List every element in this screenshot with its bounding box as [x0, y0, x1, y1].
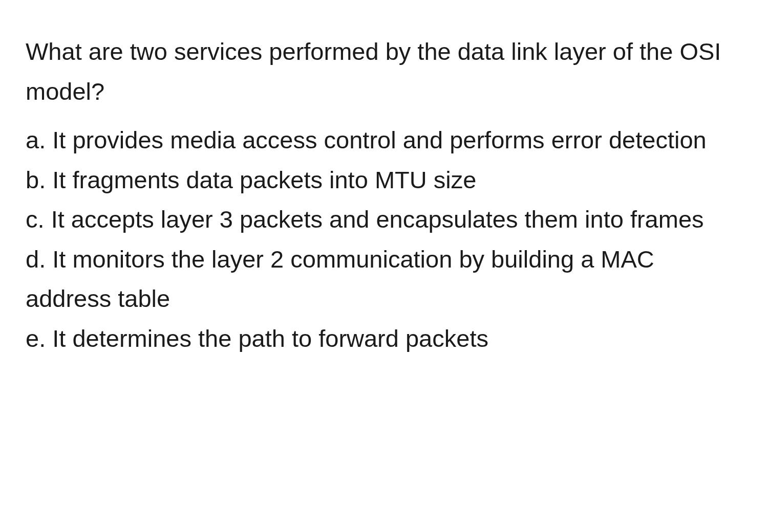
option-text: It determines the path to forward packet… [52, 325, 488, 352]
option-text: It monitors the layer 2 communication by… [26, 246, 654, 313]
option-letter: e. [26, 325, 46, 352]
option-letter: c. [26, 206, 45, 233]
option-text: It fragments data packets into MTU size [52, 166, 476, 193]
option-text: It accepts layer 3 packets and encapsula… [51, 206, 704, 233]
option-b: b. It fragments data packets into MTU si… [26, 160, 742, 200]
option-text: It provides media access control and per… [52, 126, 706, 153]
option-letter: b. [26, 166, 46, 193]
option-a: a. It provides media access control and … [26, 120, 742, 160]
option-e: e. It determines the path to forward pac… [26, 319, 742, 359]
option-d: d. It monitors the layer 2 communication… [26, 239, 742, 319]
option-letter: d. [26, 246, 46, 273]
options-list: a. It provides media access control and … [26, 120, 742, 358]
option-letter: a. [26, 126, 46, 153]
option-c: c. It accepts layer 3 packets and encaps… [26, 199, 742, 239]
question-page: What are two services performed by the d… [0, 0, 768, 384]
question-text: What are two services performed by the d… [26, 32, 742, 111]
